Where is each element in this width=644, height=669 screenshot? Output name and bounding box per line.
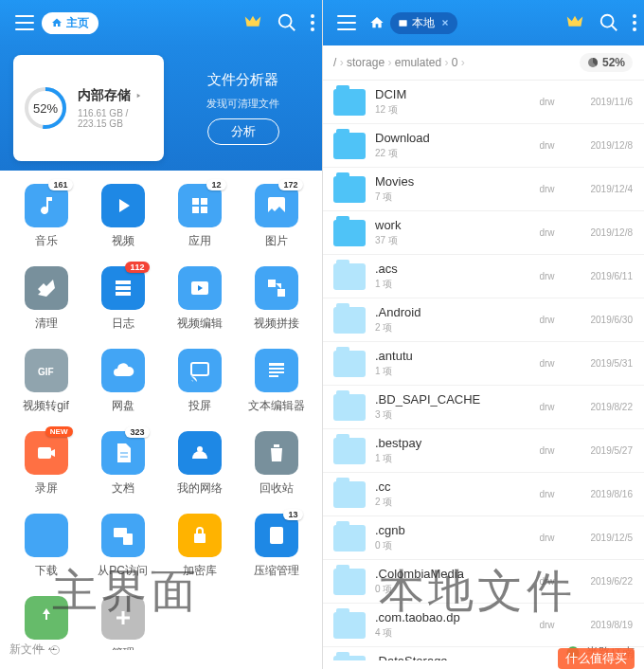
menu-icon[interactable] — [15, 15, 34, 30]
folder-icon — [333, 263, 366, 290]
tile-gif[interactable]: GIF视频转gif — [8, 349, 84, 414]
svg-rect-12 — [38, 447, 51, 459]
svg-rect-19 — [399, 20, 406, 26]
folder-icon — [333, 133, 366, 159]
storage-card[interactable]: 52% 内部存储 116.61 GB / 223.15 GB — [13, 55, 164, 161]
folder-icon — [333, 569, 366, 595]
tile-trash[interactable]: 回收站 — [238, 431, 314, 497]
folder-icon — [333, 307, 366, 334]
svg-point-18 — [51, 645, 60, 654]
tile-pc[interactable]: 从PC访问 — [84, 514, 161, 579]
home-tab[interactable]: 主页 — [42, 12, 98, 34]
watermark-bottom: 什么值得买 — [558, 648, 635, 669]
folder-row[interactable]: .cc2 项drw2019/8/16 — [322, 473, 644, 516]
svg-rect-5 — [192, 207, 199, 213]
folder-row[interactable]: DCIM12 项drw2019/11/6 — [322, 81, 644, 124]
folder-row[interactable]: .bestpay1 项drw2019/5/27 — [322, 429, 644, 473]
folder-row[interactable]: work37 项drw2019/12/8 — [322, 211, 644, 255]
folder-row[interactable]: .ColombiaMedia0 项drw2019/6/22 — [322, 560, 644, 604]
svg-rect-8 — [268, 280, 276, 287]
usage-badge: 52% — [580, 53, 633, 72]
svg-rect-11 — [191, 363, 208, 375]
tile-net[interactable]: 我的网络 — [161, 431, 238, 497]
folder-icon — [333, 656, 366, 661]
tile-vedit[interactable]: 视频编辑 — [161, 266, 238, 332]
new-file-label: 新文件 — [9, 642, 61, 658]
menu-icon[interactable] — [337, 15, 356, 30]
header-left: 主页 — [0, 0, 322, 45]
storage-ring: 52% — [23, 85, 68, 131]
tile-app[interactable]: 12应用 — [161, 184, 238, 249]
folder-icon — [333, 89, 366, 116]
tile-music[interactable]: 161音乐 — [8, 184, 84, 249]
svg-rect-9 — [277, 289, 285, 297]
header-right: 本地 — [322, 0, 644, 45]
left-pane: 主页 52% 内部存储 116.61 GB / 223.15 GB 文件分析器 … — [0, 0, 322, 669]
more-icon[interactable] — [311, 14, 314, 31]
tile-log[interactable]: 112日志 — [84, 266, 161, 332]
tile-down[interactable]: 下载 — [8, 514, 84, 579]
crown-icon[interactable] — [242, 12, 263, 33]
svg-point-0 — [279, 15, 292, 27]
folder-icon — [333, 438, 366, 464]
breadcrumb[interactable]: / › storage › emulated › 0 › 52% — [322, 45, 644, 81]
svg-rect-4 — [201, 198, 207, 205]
folder-row[interactable]: .antutu1 项drw2019/5/31 — [322, 342, 644, 386]
tile-lock[interactable]: 加密库 — [161, 514, 238, 579]
folder-row[interactable]: Download22 项drw2019/12/8 — [322, 124, 644, 168]
folder-icon — [333, 612, 366, 639]
tile-plus[interactable]: 管理 — [84, 596, 161, 650]
tile-clean[interactable]: 清理 — [8, 266, 84, 332]
tile-doc[interactable]: 323文档 — [84, 431, 161, 497]
folder-icon — [333, 351, 366, 377]
search-icon[interactable] — [277, 12, 297, 33]
folder-icon — [333, 525, 366, 551]
tile-vjoin[interactable]: 视频拼接 — [238, 266, 314, 332]
tile-image[interactable]: 172图片 — [238, 184, 314, 249]
svg-point-20 — [601, 15, 614, 27]
analyze-button[interactable]: 分析 — [207, 118, 279, 145]
svg-text:GIF: GIF — [38, 367, 54, 377]
folder-icon — [333, 481, 366, 508]
tile-zip[interactable]: 13压缩管理 — [238, 514, 314, 579]
home-icon[interactable] — [369, 15, 385, 30]
local-tab[interactable]: 本地 — [390, 12, 457, 34]
folder-icon — [333, 394, 366, 421]
tile-cloud[interactable]: 网盘 — [84, 349, 161, 414]
svg-rect-3 — [192, 198, 199, 205]
svg-rect-6 — [201, 207, 207, 213]
analyzer-panel: 文件分析器 发现可清理文件 分析 — [177, 55, 309, 161]
folder-row[interactable]: .Android2 项drw2019/6/30 — [322, 298, 644, 342]
crown-icon[interactable] — [564, 12, 585, 33]
hero-panel: 52% 内部存储 116.61 GB / 223.15 GB 文件分析器 发现可… — [0, 45, 322, 171]
svg-rect-15 — [123, 533, 133, 545]
folder-row[interactable]: .cgnb0 项drw2019/12/5 — [322, 516, 644, 560]
search-icon[interactable] — [599, 12, 619, 33]
folder-row[interactable]: .com.taobao.dp4 项drw2019/8/19 — [322, 604, 644, 647]
folder-list: DCIM12 项drw2019/11/6Download22 项drw2019/… — [322, 81, 644, 660]
tile-video[interactable]: 视频 — [84, 184, 161, 249]
more-icon[interactable] — [633, 14, 636, 31]
tile-text[interactable]: 文本编辑器 — [238, 349, 314, 414]
folder-row[interactable]: Movies7 项drw2019/12/4 — [322, 168, 644, 211]
tile-grid: 161音乐视频12应用172图片清理112日志视频编辑视频拼接GIF视频转gif… — [0, 171, 322, 650]
tile-rec[interactable]: NEW录屏 — [8, 431, 84, 497]
folder-row[interactable]: .BD_SAPI_CACHE3 项drw2019/8/22 — [322, 386, 644, 429]
folder-row[interactable]: .acs1 项drw2019/6/11 — [322, 255, 644, 298]
folder-icon — [333, 176, 366, 203]
tile-cast[interactable]: 投屏 — [161, 349, 238, 414]
svg-rect-16 — [194, 533, 206, 543]
right-pane: 本地 / › storage › emulated › 0 › 52% DCIM… — [322, 0, 644, 669]
folder-icon — [333, 220, 366, 246]
